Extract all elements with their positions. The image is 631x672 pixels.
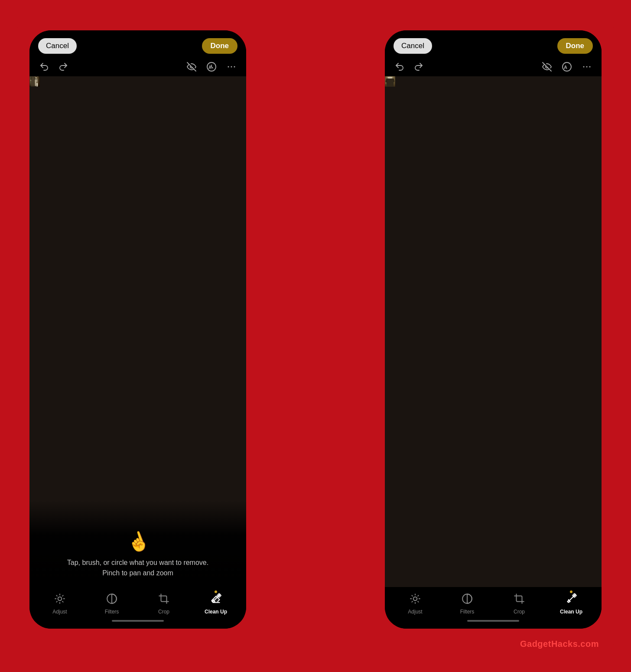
svg-point-51 [583,66,585,68]
svg-point-38 [36,82,38,83]
done-button-right[interactable]: Done [557,38,593,54]
toolbar-items-left: Adjust Filters Crop [29,591,246,617]
svg-rect-36 [36,78,36,78]
top-right-tools: A [185,61,237,73]
home-bar-left [112,620,164,622]
svg-point-52 [586,66,588,68]
cancel-button-right[interactable]: Cancel [394,38,432,54]
filters-label-left: Filters [105,609,119,615]
phone-right: Cancel Done A [385,30,602,629]
undo-redo-group-right [394,61,425,73]
instruction-line1: Tap, brush, or circle what you want to r… [67,559,208,566]
crop-label-left: Crop [158,609,169,615]
outer-container: Cancel Done A [16,15,615,657]
adjust-label-right: Adjust [408,609,422,615]
cleanup-label-left: Clean Up [205,609,227,615]
svg-point-35 [36,76,37,77]
phone-left-header: Cancel Done [29,30,246,58]
filters-icon-left [106,593,117,607]
adjust-icon-right [410,593,421,607]
phone-right-top-toolbar: A [385,58,602,76]
phone-left-top-toolbar: A [29,58,246,76]
toolbar-items-right: Adjust Filters Crop [385,591,602,617]
svg-point-5 [234,66,235,68]
cleanup-icon-right [566,593,577,607]
photo-area-right[interactable] [385,76,602,587]
toolbar-item-adjust-left[interactable]: Adjust [45,593,75,615]
instructions-overlay: ☝ Tap, brush, or circle what you want to… [29,500,246,587]
phone-left: Cancel Done A [29,30,246,629]
svg-point-4 [231,66,232,68]
cleanup-icon-left [210,593,221,607]
toolbar-item-cleanup-left[interactable]: Clean Up [201,593,231,615]
toolbar-item-adjust-right[interactable]: Adjust [400,593,430,615]
watermark: GadgetHacks.com [520,639,599,649]
eye-slash-icon[interactable] [185,61,198,73]
phone-right-header: Cancel Done [385,30,602,58]
undo-icon[interactable] [38,61,50,73]
markup-icon-right[interactable]: A [561,61,573,73]
watermark-domain: .com [578,639,599,649]
active-dot-left [215,590,217,593]
more-icon-right[interactable] [581,61,593,73]
toolbar-item-crop-right[interactable]: Crop [504,593,534,615]
crop-label-right: Crop [514,609,525,615]
undo-redo-group [38,61,69,73]
crop-icon-right [514,593,525,607]
more-icon[interactable] [225,61,237,73]
instruction-line2: Pinch to pan and zoom [102,569,173,577]
bottom-toolbar-left: Adjust Filters Crop [29,587,246,629]
toolbar-item-cleanup-right[interactable]: Clean Up [556,593,586,615]
home-indicator-left [29,617,246,627]
svg-point-114 [413,597,417,601]
hand-gesture-icon: ☝ [124,528,152,556]
active-dot-right [570,590,572,593]
toolbar-item-crop-left[interactable]: Crop [149,593,179,615]
svg-rect-44 [29,86,40,87]
watermark-hacks: Hacks [551,639,578,649]
toolbar-item-filters-right[interactable]: Filters [452,593,482,615]
toolbar-item-filters-left[interactable]: Filters [97,593,127,615]
home-bar-right [467,620,519,622]
home-indicator-right [385,617,602,627]
cleanup-label-right: Clean Up [560,609,582,615]
redo-icon-right[interactable] [413,61,425,73]
redo-icon[interactable] [57,61,69,73]
svg-point-109 [385,82,387,84]
filters-icon-right [462,593,473,607]
svg-point-3 [228,66,229,68]
undo-icon-right[interactable] [394,61,406,73]
bottom-toolbar-right: Adjust Filters Crop [385,587,602,629]
svg-point-33 [30,80,31,81]
cancel-button-left[interactable]: Cancel [38,38,77,54]
photo-area-left[interactable]: ☝ Tap, brush, or circle what you want to… [29,76,246,587]
adjust-label-left: Adjust [52,609,67,615]
filters-label-right: Filters [460,609,475,615]
adjust-icon-left [54,593,65,607]
done-button-left[interactable]: Done [202,38,238,54]
svg-text:A: A [208,65,211,70]
eye-slash-icon-right[interactable] [541,61,553,73]
top-right-tools-right: A [541,61,593,73]
svg-text:A: A [564,65,567,70]
svg-point-53 [589,66,591,68]
watermark-gadget: Gadget [520,639,551,649]
markup-icon[interactable]: A [205,61,218,73]
instructions-text: Tap, brush, or circle what you want to r… [67,558,208,578]
svg-point-45 [58,597,62,601]
crop-icon-left [158,593,169,607]
svg-point-80 [387,77,393,78]
svg-point-107 [386,78,387,79]
